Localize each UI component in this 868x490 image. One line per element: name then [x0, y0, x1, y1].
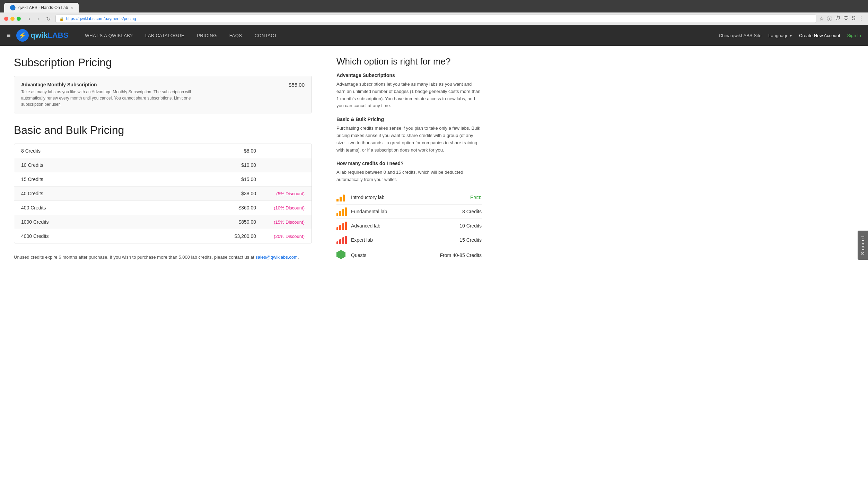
reload-button[interactable]: ↻: [44, 15, 53, 23]
site-navigation: ≡ ⚡ qwikLABS WHAT'S A QWIKLAB? LAB CATAL…: [0, 25, 868, 46]
lab-row-quests: Quests From 40-85 Credits: [336, 247, 482, 263]
advantage-text: Advantage subscriptions let you take as …: [336, 81, 482, 110]
logo-text: qwikLABS: [31, 31, 69, 40]
china-site-link[interactable]: China qwikLABS Site: [719, 33, 762, 38]
info-icon[interactable]: ⓘ: [827, 15, 832, 23]
bulk-row-1000: 1000 Credits $850.00 (15% Discount): [14, 215, 312, 229]
shield-icon[interactable]: 🛡: [843, 15, 849, 23]
bulk-text: Purchasing credits makes sense if you pl…: [336, 125, 482, 154]
sidebar: Which option is right for me? Advantage …: [326, 46, 492, 490]
quests-icon: [336, 250, 347, 260]
advantage-section-title: Advantage Subscriptions: [336, 72, 482, 78]
sign-in-link[interactable]: Sign In: [847, 33, 861, 38]
forward-button[interactable]: ›: [35, 15, 41, 23]
advanced-lab-icon: [336, 222, 347, 230]
bulk-row-400: 400 Credits $360.00 (10% Discount): [14, 201, 312, 215]
contact-email-link[interactable]: sales@qwiklabs.com: [255, 255, 298, 260]
bulk-name-400: 400 Credits: [21, 205, 221, 210]
bulk-discount-40: (5% Discount): [256, 191, 305, 196]
minimize-button[interactable]: [10, 17, 15, 21]
bulk-row-40: 40 Credits $38.00 (5% Discount): [14, 187, 312, 201]
subscription-price: $55.00: [282, 82, 305, 88]
browser-tabs: 🔵 qwikLABS - Hands-On Lab ×: [4, 3, 864, 12]
ssl-lock-icon: 🔒: [59, 17, 64, 21]
nav-right: China qwikLABS Site Language ▾ Create Ne…: [719, 33, 861, 38]
bulk-price-8: $8.00: [221, 148, 256, 154]
hamburger-menu[interactable]: ≡: [7, 32, 11, 39]
close-button[interactable]: [4, 17, 8, 21]
nav-links: WHAT'S A QWIKLAB? LAB CATALOGUE PRICING …: [79, 25, 719, 46]
tab-favicon: 🔵: [10, 5, 16, 10]
star-icon[interactable]: ☆: [819, 15, 824, 23]
url-display: https://qwiklabs.com/payments/pricing: [66, 16, 136, 21]
traffic-lights: [4, 17, 21, 21]
nav-link-pricing[interactable]: PRICING: [191, 25, 223, 46]
bulk-row-15: 15 Credits $15.00: [14, 172, 312, 187]
timer-icon[interactable]: ⏱: [835, 15, 841, 23]
site-logo[interactable]: ⚡ qwikLABS: [16, 29, 69, 42]
logo-labs: LABS: [47, 31, 68, 40]
bulk-price-400: $360.00: [221, 205, 256, 210]
back-button[interactable]: ‹: [26, 15, 32, 23]
footer-note: Unused credits expire 6 months after pur…: [14, 254, 312, 261]
tab-close-button[interactable]: ×: [71, 6, 73, 10]
main-content: Subscription Pricing Advantage Monthly S…: [0, 46, 326, 490]
introductory-lab-name: Introductory lab: [351, 195, 470, 200]
nav-link-faqs[interactable]: FAQS: [223, 25, 248, 46]
menu-icon[interactable]: ⋮: [858, 15, 864, 23]
bulk-section-title: Basic & Bulk Pricing: [336, 117, 482, 122]
bulk-row-8: 8 Credits $8.00: [14, 144, 312, 158]
subscription-row-left: Advantage Monthly Subscription Take as m…: [21, 82, 282, 108]
lab-row-fundamental: Fundamental lab 8 Credits: [336, 205, 482, 219]
create-account-label: Create New Account: [799, 33, 840, 38]
expert-lab-icon: [336, 236, 347, 244]
browser-controls: ‹ › ↻ 🔒 https://qwiklabs.com/payments/pr…: [0, 12, 868, 25]
lab-row-advanced: Advanced lab 10 Credits: [336, 219, 482, 233]
credits-section-title: How many credits do I need?: [336, 161, 482, 166]
toolbar-icons: ☆ ⓘ ⏱ 🛡 S ⋮: [819, 15, 864, 23]
nav-link-whats-qwiklab[interactable]: WHAT'S A QWIKLAB?: [79, 25, 139, 46]
quests-credits: From 40-85 Credits: [440, 252, 482, 258]
lab-row-introductory: Introductory lab Free: [336, 190, 482, 205]
subscription-name: Advantage Monthly Subscription: [21, 82, 282, 87]
bulk-discount-4000: (20% Discount): [256, 234, 305, 239]
support-tab[interactable]: Support: [858, 230, 868, 259]
expert-lab-name: Expert lab: [351, 237, 459, 243]
credits-text: A lab requires between 0 and 15 credits,…: [336, 169, 482, 183]
fundamental-lab-credits: 8 Credits: [462, 209, 482, 214]
introductory-lab-icon: [336, 193, 347, 201]
bulk-discount-400: (10% Discount): [256, 205, 305, 210]
extension-icon[interactable]: S: [852, 15, 856, 23]
advanced-lab-name: Advanced lab: [351, 223, 459, 229]
logo-qwik: qwik: [31, 31, 48, 40]
bulk-discount-1000: (15% Discount): [256, 220, 305, 225]
main-layout: Subscription Pricing Advantage Monthly S…: [0, 46, 868, 490]
fullscreen-button[interactable]: [17, 17, 21, 21]
logo-icon: ⚡: [16, 29, 29, 42]
bulk-price-4000: $3,200.00: [221, 233, 256, 239]
bulk-row-10: 10 Credits $10.00: [14, 158, 312, 172]
address-bar[interactable]: 🔒 https://qwiklabs.com/payments/pricing: [55, 15, 817, 23]
nav-link-lab-catalogue[interactable]: LAB CATALOGUE: [139, 25, 191, 46]
bulk-name-40: 40 Credits: [21, 191, 221, 196]
logo-arrow-icon: ⚡: [19, 32, 26, 39]
browser-tab[interactable]: 🔵 qwikLABS - Hands-On Lab ×: [4, 3, 79, 12]
nav-link-contact[interactable]: CONTACT: [248, 25, 283, 46]
quests-name: Quests: [351, 252, 440, 258]
footer-note-text: Unused credits expire 6 months after pur…: [14, 255, 254, 260]
advanced-lab-credits: 10 Credits: [459, 223, 482, 229]
fundamental-lab-name: Fundamental lab: [351, 209, 462, 214]
bulk-name-1000: 1000 Credits: [21, 219, 221, 225]
lab-row-expert: Expert lab 15 Credits: [336, 233, 482, 247]
subscription-desc: Take as many labs as you like with an Ad…: [21, 89, 194, 108]
bulk-name-15: 15 Credits: [21, 177, 221, 182]
introductory-lab-credits: Free: [470, 195, 482, 200]
bulk-price-40: $38.00: [221, 191, 256, 196]
bulk-price-15: $15.00: [221, 177, 256, 182]
bulk-name-10: 10 Credits: [21, 162, 221, 168]
expert-lab-credits: 15 Credits: [459, 237, 482, 243]
language-selector[interactable]: Language ▾: [769, 33, 792, 38]
bulk-pricing-title: Basic and Bulk Pricing: [14, 124, 312, 137]
sidebar-title: Which option is right for me?: [336, 56, 482, 67]
bulk-name-8: 8 Credits: [21, 148, 221, 154]
